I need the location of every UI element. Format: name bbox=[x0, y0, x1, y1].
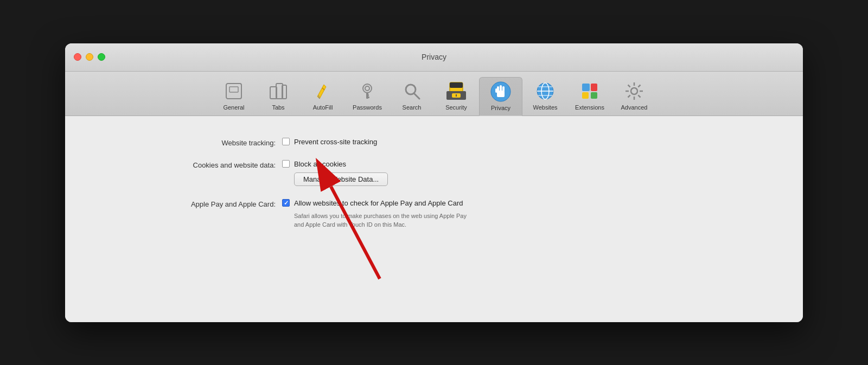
tabs-icon bbox=[267, 80, 289, 102]
svg-rect-12 bbox=[366, 94, 369, 96]
tab-security[interactable]: Security bbox=[435, 77, 478, 116]
apple-pay-checkbox-row: Allow websites to check for Apple Pay an… bbox=[282, 199, 467, 207]
tabs-label: Tabs bbox=[272, 104, 284, 111]
websites-icon bbox=[534, 80, 556, 102]
apple-pay-description: Safari allows you to make purchases on t… bbox=[294, 212, 467, 229]
security-icon bbox=[445, 80, 467, 102]
general-label: General bbox=[223, 104, 244, 111]
tab-websites[interactable]: Websites bbox=[524, 77, 567, 116]
advanced-label: Advanced bbox=[621, 104, 648, 111]
extensions-label: Extensions bbox=[575, 104, 604, 111]
passwords-icon bbox=[356, 80, 378, 102]
svg-rect-26 bbox=[495, 88, 497, 93]
websites-label: Websites bbox=[533, 104, 557, 111]
tab-general[interactable]: General bbox=[212, 77, 256, 116]
svg-line-41 bbox=[628, 85, 630, 87]
tab-autofill[interactable]: AutoFill bbox=[301, 77, 344, 116]
advanced-icon bbox=[623, 80, 645, 102]
svg-rect-35 bbox=[591, 92, 597, 99]
svg-point-9 bbox=[365, 86, 369, 91]
prevent-tracking-row: Prevent cross-site tracking bbox=[282, 138, 377, 146]
svg-point-36 bbox=[631, 88, 637, 94]
cookies-control: Block all cookies Manage Website Data... bbox=[282, 160, 388, 186]
content-area: Website tracking: Prevent cross-site tra… bbox=[65, 116, 803, 322]
cookies-row: Cookies and website data: Block all cook… bbox=[98, 160, 770, 186]
autofill-icon bbox=[312, 80, 334, 102]
prevent-tracking-label: Prevent cross-site tracking bbox=[294, 138, 377, 146]
apple-pay-checkbox-label: Allow websites to check for Apple Pay an… bbox=[294, 199, 463, 207]
website-tracking-label: Website tracking: bbox=[98, 138, 282, 147]
manage-data-button-row: Manage Website Data... bbox=[294, 172, 388, 186]
svg-rect-1 bbox=[229, 87, 238, 92]
cookies-label: Cookies and website data: bbox=[98, 160, 282, 169]
svg-rect-25 bbox=[502, 86, 505, 92]
svg-rect-24 bbox=[500, 85, 502, 92]
svg-line-42 bbox=[638, 95, 640, 97]
close-button[interactable] bbox=[74, 53, 81, 61]
maximize-button[interactable] bbox=[98, 53, 105, 61]
privacy-label: Privacy bbox=[491, 105, 510, 111]
website-tracking-row: Website tracking: Prevent cross-site tra… bbox=[98, 138, 770, 147]
extensions-icon bbox=[579, 80, 601, 102]
tab-privacy[interactable]: Privacy bbox=[479, 77, 522, 116]
svg-line-14 bbox=[414, 93, 419, 99]
privacy-icon bbox=[490, 81, 512, 103]
svg-line-43 bbox=[638, 85, 640, 87]
svg-rect-33 bbox=[591, 84, 597, 91]
svg-rect-11 bbox=[366, 97, 369, 98]
svg-line-44 bbox=[628, 95, 630, 97]
search-icon bbox=[401, 80, 423, 102]
block-cookies-label: Block all cookies bbox=[294, 160, 346, 168]
apple-pay-row: Apple Pay and Apple Card: Allow websites… bbox=[98, 199, 770, 229]
block-cookies-checkbox[interactable] bbox=[282, 160, 290, 168]
prevent-tracking-checkbox[interactable] bbox=[282, 138, 290, 145]
toolbar: General Tabs Auto bbox=[65, 72, 803, 116]
titlebar: Privacy bbox=[65, 43, 803, 72]
apple-pay-control: Allow websites to check for Apple Pay an… bbox=[282, 199, 467, 229]
content: Website tracking: Prevent cross-site tra… bbox=[65, 116, 803, 322]
apple-pay-label: Apple Pay and Apple Card: bbox=[98, 199, 282, 208]
search-label: Search bbox=[403, 104, 422, 111]
svg-rect-34 bbox=[582, 92, 589, 99]
apple-pay-checkbox[interactable] bbox=[282, 199, 290, 207]
safari-preferences-window: Privacy General Tabs bbox=[65, 43, 803, 322]
window-title: Privacy bbox=[422, 53, 446, 61]
svg-rect-32 bbox=[582, 84, 590, 91]
tab-search[interactable]: Search bbox=[390, 77, 433, 116]
traffic-lights bbox=[74, 53, 105, 61]
block-cookies-row: Block all cookies bbox=[282, 160, 388, 168]
tab-advanced[interactable]: Advanced bbox=[612, 77, 656, 116]
website-tracking-control: Prevent cross-site tracking bbox=[282, 138, 377, 146]
svg-point-8 bbox=[363, 84, 372, 93]
manage-website-data-button[interactable]: Manage Website Data... bbox=[294, 172, 388, 186]
svg-rect-0 bbox=[226, 84, 241, 99]
passwords-label: Passwords bbox=[353, 104, 382, 111]
tab-tabs[interactable]: Tabs bbox=[257, 77, 300, 116]
autofill-label: AutoFill bbox=[313, 104, 333, 111]
tab-passwords[interactable]: Passwords bbox=[346, 77, 389, 116]
svg-rect-17 bbox=[450, 82, 463, 88]
minimize-button[interactable] bbox=[86, 53, 93, 61]
tab-extensions[interactable]: Extensions bbox=[568, 77, 611, 116]
general-icon bbox=[223, 80, 245, 102]
security-label: Security bbox=[445, 104, 467, 111]
